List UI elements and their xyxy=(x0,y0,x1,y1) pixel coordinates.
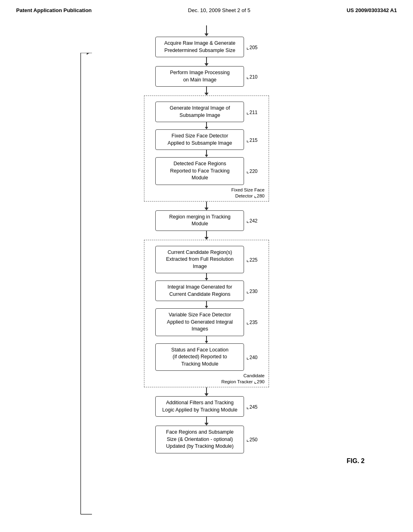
arrow-5 xyxy=(204,202,209,210)
dashed-label-280: Fixed Size Face Detector ⌞280 xyxy=(232,187,265,199)
svg-marker-3 xyxy=(87,53,90,55)
page-header: Patent Application Publication Dec. 10, … xyxy=(0,0,413,17)
row-220: Detected Face Regions Reported to Face T… xyxy=(155,157,257,185)
arrow-2 xyxy=(204,87,209,96)
box-220: Detected Face Regions Reported to Face T… xyxy=(155,157,244,185)
box-225-text: Current Candidate Region(s) Extracted fr… xyxy=(166,249,234,269)
dashed-group-candidate: Current Candidate Region(s) Extracted fr… xyxy=(144,240,269,388)
label-250: ⌞250 xyxy=(246,436,257,443)
box-211-text: Generate Integral Image of Subsample Ima… xyxy=(170,105,230,118)
box-235: Variable Size Face Detector Applied to G… xyxy=(155,308,244,336)
fig-label: FIG. 2 xyxy=(347,457,365,465)
arrow-9 xyxy=(205,336,208,343)
box-210: Perform Image Processing on Main Image xyxy=(155,66,244,87)
dashed-label-290: Candidate Region Tracker ⌞290 xyxy=(221,373,265,384)
diagram-area: Acquire Raw Image & Generate Predetermin… xyxy=(0,17,413,486)
arrow-7 xyxy=(205,273,208,281)
arrow-1 xyxy=(204,57,209,66)
row-205: Acquire Raw Image & Generate Predetermin… xyxy=(155,37,257,57)
row-250: Face Regions and Subsample Size (& Orien… xyxy=(155,426,257,453)
box-225: Current Candidate Region(s) Extracted fr… xyxy=(155,246,244,274)
row-230: Integral Image Generated for Current Can… xyxy=(155,281,257,301)
row-225: Current Candidate Region(s) Extracted fr… xyxy=(155,246,257,274)
initial-arrow xyxy=(204,25,209,37)
arrow-8 xyxy=(205,301,208,308)
box-230: Integral Image Generated for Current Can… xyxy=(155,281,244,301)
header-right: US 2009/0303342 A1 xyxy=(346,7,397,13)
box-245-text: Additional Filters and Tracking Logic Ap… xyxy=(162,400,237,413)
dashed-group-fixed-size: Generate Integral Image of Subsample Ima… xyxy=(144,96,269,202)
box-235-text: Variable Size Face Detector Applied to G… xyxy=(167,312,233,332)
label-210: ⌞210 xyxy=(246,73,257,80)
row-211: Generate Integral Image of Subsample Ima… xyxy=(155,102,257,122)
back-loop-arrow xyxy=(69,53,93,516)
box-205-text: Acquire Raw Image & Generate Predetermin… xyxy=(164,40,235,53)
box-250: Face Regions and Subsample Size (& Orien… xyxy=(155,426,244,453)
row-240: Status and Face Location (if detected) R… xyxy=(155,343,257,371)
label-235: ⌞235 xyxy=(246,319,257,325)
box-242-text: Region merging in Tracking Module xyxy=(169,214,230,227)
box-220-text: Detected Face Regions Reported to Face T… xyxy=(170,161,229,181)
label-215: ⌞215 xyxy=(246,137,257,143)
row-242: Region merging in Tracking Module ⌞242 xyxy=(155,210,257,231)
label-205: ⌞205 xyxy=(246,44,257,50)
label-242: ⌞242 xyxy=(246,217,257,224)
arrow-3 xyxy=(205,122,208,129)
header-center: Dec. 10, 2009 Sheet 2 of 5 xyxy=(188,7,250,13)
box-240-text: Status and Face Location (if detected) R… xyxy=(171,347,229,367)
arrow-4 xyxy=(205,150,208,157)
label-245: ⌞245 xyxy=(246,403,257,410)
arrow-6 xyxy=(204,231,209,240)
box-210-text: Perform Image Processing on Main Image xyxy=(170,70,229,83)
row-215: Fixed Size Face Detector Applied to Subs… xyxy=(155,129,257,150)
box-230-text: Integral Image Generated for Current Can… xyxy=(167,284,232,297)
box-245: Additional Filters and Tracking Logic Ap… xyxy=(155,396,244,417)
header-left: Patent Application Publication xyxy=(16,7,92,13)
arrow-10 xyxy=(204,387,209,396)
row-210: Perform Image Processing on Main Image ⌞… xyxy=(155,66,257,87)
box-211: Generate Integral Image of Subsample Ima… xyxy=(155,102,244,122)
label-220: ⌞220 xyxy=(246,168,257,174)
label-225: ⌞225 xyxy=(246,256,257,263)
row-245: Additional Filters and Tracking Logic Ap… xyxy=(155,396,257,417)
label-211: ⌞211 xyxy=(246,109,257,115)
label-230: ⌞230 xyxy=(246,288,257,294)
box-215: Fixed Size Face Detector Applied to Subs… xyxy=(155,129,244,150)
box-205: Acquire Raw Image & Generate Predetermin… xyxy=(155,37,244,57)
label-240: ⌞240 xyxy=(246,354,257,360)
box-215-text: Fixed Size Face Detector Applied to Subs… xyxy=(168,133,232,146)
row-235: Variable Size Face Detector Applied to G… xyxy=(155,308,257,336)
arrow-11 xyxy=(204,417,209,426)
box-250-text: Face Regions and Subsample Size (& Orien… xyxy=(166,429,234,449)
box-242: Region merging in Tracking Module xyxy=(155,210,244,231)
box-240: Status and Face Location (if detected) R… xyxy=(155,343,244,371)
